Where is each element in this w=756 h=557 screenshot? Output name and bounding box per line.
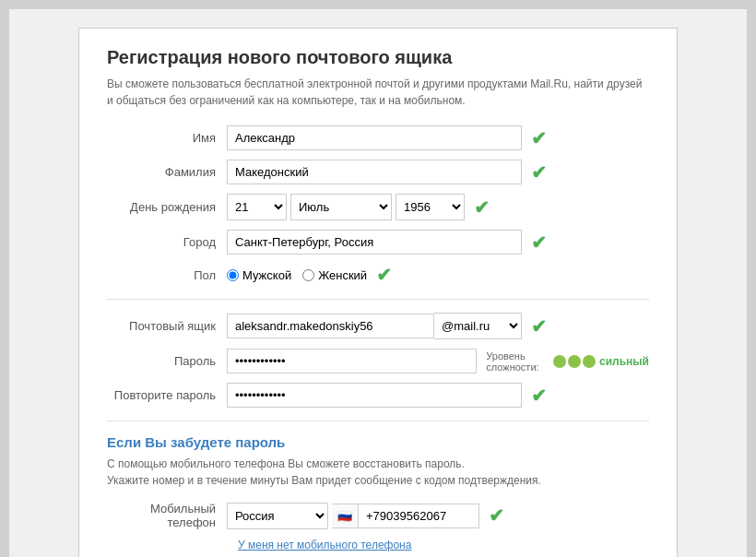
recovery-title: Если Вы забудете пароль: [107, 434, 649, 450]
name-input[interactable]: [227, 125, 522, 150]
email-input-group: @mail.ru @bk.ru @inbox.ru @list.ru: [227, 313, 522, 339]
mobile-row: Мобильный телефон Россия 🇷🇺 ✔: [107, 502, 649, 529]
email-check-icon: ✔: [531, 315, 547, 338]
surname-row: Фамилия ✔: [107, 160, 649, 184]
complexity-icon-3: [583, 355, 596, 368]
gender-options: Мужской Женский: [227, 268, 367, 282]
mobile-flag-icon: 🇷🇺: [337, 509, 352, 523]
complexity-strength-label: сильный: [599, 355, 649, 368]
mobile-input-group: Россия 🇷🇺: [227, 503, 479, 529]
mobile-number-input[interactable]: [359, 504, 478, 527]
gender-male-label: Мужской: [242, 268, 291, 282]
form-container: Регистрация нового почтового ящика Вы см…: [78, 28, 678, 557]
complexity-label: Уровень сложности:: [486, 350, 549, 373]
password-complexity: Уровень сложности: сильный: [486, 350, 649, 373]
password-repeat-label: Повторите пароль: [107, 388, 227, 402]
page-wrapper: Регистрация нового почтового ящика Вы см…: [9, 9, 747, 557]
gender-label: Пол: [107, 268, 227, 282]
gender-check-icon: ✔: [376, 264, 392, 286]
recovery-desc: С помощью мобильного телефона Вы сможете…: [107, 456, 649, 489]
password-repeat-check-icon: ✔: [531, 385, 547, 407]
name-check-icon: ✔: [531, 127, 547, 149]
gender-male-option[interactable]: Мужской: [227, 268, 291, 282]
complexity-icon-2: [568, 355, 581, 368]
mobile-country-select[interactable]: Россия: [227, 503, 328, 529]
gender-female-option[interactable]: Женский: [302, 268, 367, 282]
gender-female-label: Женский: [318, 268, 367, 282]
complexity-icon-1: [553, 355, 566, 368]
password-repeat-input[interactable]: [227, 383, 522, 408]
city-check-icon: ✔: [531, 231, 547, 254]
mobile-label: Мобильный телефон: [107, 502, 227, 529]
surname-label: Фамилия: [107, 165, 227, 179]
mobile-check-icon: ✔: [489, 504, 504, 527]
no-phone-link[interactable]: У меня нет мобильного телефона: [238, 539, 649, 551]
dob-check-icon: ✔: [474, 196, 490, 219]
password-row: Пароль Уровень сложности: сильный: [107, 349, 649, 373]
name-label: Имя: [107, 131, 227, 145]
divider-1: [107, 299, 649, 300]
dob-row: День рождения 21 Июль 1956 ✔: [107, 194, 649, 220]
email-domain-select[interactable]: @mail.ru @bk.ru @inbox.ru @list.ru: [434, 313, 522, 339]
email-label: Почтовый ящик: [107, 319, 227, 333]
password-label: Пароль: [107, 354, 227, 368]
gender-row: Пол Мужской Женский ✔: [107, 264, 649, 286]
surname-input[interactable]: [227, 160, 522, 184]
surname-check-icon: ✔: [531, 161, 547, 184]
password-repeat-row: Повторите пароль ✔: [107, 383, 649, 408]
page-subtitle: Вы сможете пользоваться бесплатной элект…: [107, 76, 649, 109]
gender-male-radio[interactable]: [227, 269, 239, 281]
divider-2: [107, 421, 649, 421]
dob-label: День рождения: [107, 200, 227, 214]
password-input[interactable]: [227, 349, 477, 373]
gender-female-radio[interactable]: [302, 269, 314, 281]
mobile-flag-prefix: 🇷🇺: [332, 504, 359, 527]
city-input[interactable]: [227, 230, 522, 255]
dob-inputs: 21 Июль 1956: [227, 194, 465, 220]
name-row: Имя ✔: [107, 125, 649, 150]
dob-day-select[interactable]: 21: [227, 194, 287, 220]
dob-month-select[interactable]: Июль: [290, 194, 392, 220]
mobile-number-group: 🇷🇺: [332, 504, 479, 528]
city-label: Город: [107, 235, 227, 249]
page-title: Регистрация нового почтового ящика: [107, 47, 649, 68]
complexity-icons: [553, 355, 596, 368]
city-row: Город ✔: [107, 230, 649, 255]
email-input[interactable]: [227, 314, 434, 338]
email-row: Почтовый ящик @mail.ru @bk.ru @inbox.ru …: [107, 313, 649, 339]
dob-year-select[interactable]: 1956: [396, 194, 465, 220]
